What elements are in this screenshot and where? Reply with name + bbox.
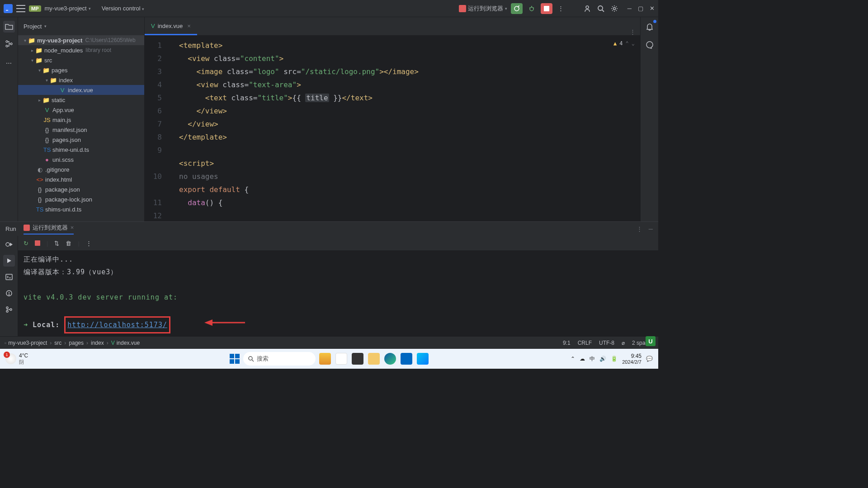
run-button[interactable] (511, 3, 523, 14)
taskbar-search[interactable]: 搜索 (243, 352, 316, 366)
uniapp-badge-icon[interactable]: U (646, 336, 656, 346)
tray-ime-icon[interactable]: 中 (590, 355, 595, 363)
system-tray[interactable]: ⌃ ☁ 中 🔊 🔋 9:452024/2/7 💬 (571, 353, 653, 365)
version-control-menu[interactable]: Version control ▾ (102, 5, 145, 12)
search-icon[interactable] (596, 4, 606, 14)
chevron-down-icon: ▾ (505, 6, 507, 11)
minimize-icon[interactable]: ─ (627, 5, 632, 12)
more-tools-icon[interactable]: ⋯ (3, 57, 15, 69)
scroll-icon[interactable]: ⇅ (54, 240, 59, 247)
tree-pages-json[interactable]: {}pages.json (18, 135, 144, 145)
tree-gitignore[interactable]: ◐.gitignore (18, 164, 144, 174)
ide-logo-icon[interactable] (4, 4, 13, 13)
project-tree[interactable]: ▾📁my-vue3-projectC:\Users\12605\Web ▸📁no… (18, 35, 144, 221)
run-left-rail (0, 236, 18, 336)
tree-src[interactable]: ▾📁src (18, 55, 144, 65)
project-tool-icon[interactable] (3, 21, 15, 33)
tree-label: node_modules (44, 47, 83, 54)
tab-index-vue[interactable]: Vindex.vue× (145, 18, 197, 35)
svg-rect-7 (544, 6, 549, 11)
more-icon[interactable]: ⋮ (556, 4, 566, 14)
tree-index-dir[interactable]: ▾📁index (18, 75, 144, 85)
close-icon[interactable]: ✕ (650, 5, 655, 12)
line-ending[interactable]: CRLF (578, 340, 592, 346)
structure-tool-icon[interactable] (3, 38, 15, 50)
tree-pkg[interactable]: {}package.json (18, 184, 144, 194)
code-editor[interactable]: ▲4⌃⌄ 12345678910111213 <template> <view … (145, 35, 640, 221)
project-selector[interactable]: my-vue3-project▾ (45, 5, 91, 12)
breadcrumb-item[interactable]: index (91, 340, 104, 346)
windows-taskbar: 1 4°C阴 搜索 ⌃ ☁ 中 🔊 🔋 9:452024/2/7 💬 (0, 349, 658, 369)
explorer-icon[interactable] (368, 353, 380, 365)
start-button[interactable] (230, 354, 240, 364)
tree-pkglock[interactable]: {}package-lock.json (18, 194, 144, 204)
webstorm-icon[interactable] (417, 353, 429, 365)
tree-shime[interactable]: TSshime-uni.d.ts (18, 145, 144, 155)
taskbar-app-icon[interactable] (352, 353, 363, 365)
tree-manifest[interactable]: {}manifest.json (18, 125, 144, 135)
terminal-icon[interactable] (3, 271, 15, 283)
tree-node-modules[interactable]: ▸📁node_moduleslibrary root (18, 45, 144, 55)
hide-panel-icon[interactable]: ─ (649, 225, 653, 232)
breadcrumb-item[interactable]: src (54, 340, 61, 346)
stop-button[interactable] (541, 3, 552, 14)
run-config-selector[interactable]: 运行到浏览器 ▾ (459, 5, 507, 13)
tree-index-html[interactable]: <>index.html (18, 174, 144, 184)
tree-root[interactable]: ▾📁my-vue3-projectC:\Users\12605\Web (18, 35, 144, 45)
code-content[interactable]: <template> <view class="content"> <image… (168, 35, 640, 221)
main-menu-icon[interactable] (16, 5, 25, 12)
git-icon[interactable] (3, 304, 15, 315)
debug-button[interactable] (526, 3, 537, 14)
edge-icon[interactable] (384, 353, 396, 365)
run-more-icon[interactable]: ⋮ (86, 240, 92, 247)
svg-point-22 (6, 307, 8, 309)
svg-rect-1 (6, 10, 8, 11)
rerun-icon[interactable]: ↻ (24, 240, 28, 247)
tab-close-icon[interactable]: × (187, 23, 191, 29)
problems-icon[interactable] (3, 287, 15, 299)
close-icon[interactable]: × (71, 224, 74, 231)
tree-main-js[interactable]: JSmain.js (18, 115, 144, 125)
run-menu-icon[interactable]: ⋮ (637, 225, 642, 232)
project-name-label: my-vue3-project (45, 5, 87, 12)
tree-index-vue[interactable]: Vindex.vue (18, 85, 144, 95)
tray-notifications-icon[interactable]: 💬 (646, 356, 653, 362)
cursor-position[interactable]: 9:1 (563, 340, 571, 346)
weather-widget[interactable]: 1 4°C阴 (5, 352, 28, 366)
code-with-me-icon[interactable] (582, 4, 592, 14)
run-debug-icon[interactable] (3, 239, 15, 250)
tray-battery-icon[interactable]: 🔋 (611, 356, 618, 362)
local-url-link[interactable]: http://localhost:5173/ (67, 321, 167, 329)
tree-static[interactable]: ▸📁static (18, 95, 144, 105)
notifications-icon[interactable] (644, 21, 656, 33)
ai-assistant-icon[interactable] (644, 39, 656, 51)
taskbar-app-icon[interactable] (335, 353, 347, 365)
maximize-icon[interactable]: ▢ (638, 5, 643, 12)
taskbar-app-icon[interactable] (319, 353, 331, 365)
project-panel-header[interactable]: Project ▾ (18, 17, 144, 35)
run-output[interactable]: 正在编译中... 编译器版本：3.99（vue3） vite v4.0.3 de… (18, 250, 658, 336)
store-icon[interactable] (401, 353, 412, 365)
stop-run-icon[interactable] (35, 240, 40, 246)
encoding[interactable]: UTF-8 (599, 340, 614, 346)
tree-shims[interactable]: TSshims-uni.d.ts (18, 204, 144, 214)
readonly-icon[interactable]: ⌀ (622, 340, 625, 346)
run-config-tab[interactable]: 运行到浏览器× (24, 224, 74, 235)
svg-rect-0 (5, 5, 11, 12)
tray-wifi-icon[interactable]: 🔊 (599, 356, 606, 362)
tray-chevron-icon[interactable]: ⌃ (571, 356, 575, 362)
tree-app-vue[interactable]: VApp.vue (18, 105, 144, 115)
editor-menu-icon[interactable]: ⋮ (630, 28, 640, 35)
breadcrumb-item[interactable]: pages (69, 340, 84, 346)
tree-uni-scss[interactable]: ●uni.scss (18, 155, 144, 164)
statusbar: ▫ my-vue3-project› src› pages› index› Vi… (0, 336, 658, 349)
settings-icon[interactable] (609, 4, 619, 14)
breadcrumb-item[interactable]: my-vue3-project (8, 340, 47, 346)
breadcrumb-item[interactable]: index.vue (117, 340, 140, 346)
run-tab[interactable]: Run (5, 225, 16, 232)
clear-icon[interactable]: 🗑 (66, 240, 71, 247)
tree-label: index (59, 77, 73, 84)
tree-pages[interactable]: ▾📁pages (18, 65, 144, 75)
run-rerun-icon[interactable] (3, 255, 15, 267)
tray-onedrive-icon[interactable]: ☁ (580, 356, 585, 362)
